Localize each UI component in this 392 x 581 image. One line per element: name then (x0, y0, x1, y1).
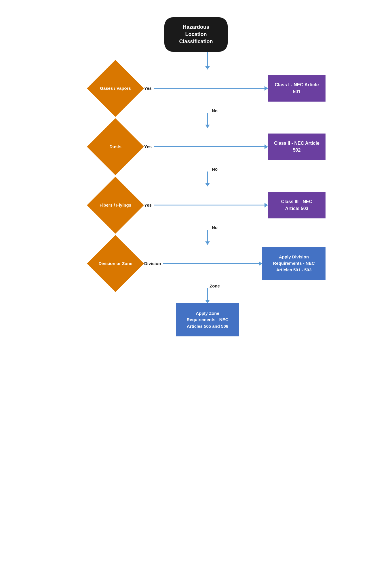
class3-box: Class III - NEC Article 503 (268, 192, 326, 218)
dusts-row: Dusts Yes Class II - NEC Article 502 (66, 128, 326, 165)
gases-no-label: No (212, 108, 218, 113)
divzone-h-line (163, 263, 259, 264)
fibers-row: Fibers / Flyings Yes Class III - NEC Art… (66, 186, 326, 224)
class1-box: Class I - NEC Article 501 (268, 75, 326, 102)
dusts-yes-branch: Yes Class II - NEC Article 502 (144, 134, 326, 160)
gases-yes-branch: Yes Class I - NEC Article 501 (144, 75, 326, 102)
apply-division-box: Apply Division Requirements - NEC Articl… (262, 247, 326, 280)
start-label: Hazardous Location Classification (179, 24, 213, 44)
gases-h-arrow (264, 86, 268, 91)
v-line-4 (207, 230, 208, 241)
fibers-diamond-wrapper: Fibers / Flyings (90, 186, 141, 224)
division-label: Division (144, 261, 161, 266)
connector-1 (205, 52, 210, 70)
divzone-h-arrow (259, 261, 262, 266)
apply-zone-wrapper: Apply Zone Requirements - NEC Articles 5… (176, 303, 239, 337)
gases-row: Gases / Vapors Yes Class I - NEC Article… (66, 70, 326, 107)
fibers-center: Fibers / Flyings (90, 186, 141, 224)
gases-h-line (154, 88, 264, 89)
flowchart: Hazardous Location Classification Gases … (66, 17, 326, 336)
divzone-row: Division or Zone Division Apply Division… (66, 245, 326, 282)
gases-diamond-wrapper: Gases / Vapors (90, 70, 141, 107)
start-node: Hazardous Location Classification (164, 17, 228, 52)
dusts-center: Dusts (90, 128, 141, 165)
v-line-2 (207, 113, 208, 125)
v-line-3 (207, 172, 208, 183)
gases-yes-label: Yes (144, 86, 152, 91)
arrow-down-2 (205, 125, 210, 128)
divzone-diamond-wrapper: Division or Zone (90, 245, 141, 282)
connector-3: No (197, 165, 218, 186)
zone-label: Zone (210, 283, 220, 288)
divzone-center: Division or Zone (90, 245, 141, 282)
fibers-no-label: No (212, 225, 218, 230)
dusts-diamond-text: Dusts (98, 144, 133, 150)
dusts-yes-label: Yes (144, 144, 152, 149)
class2-box: Class II - NEC Article 502 (268, 134, 326, 160)
fibers-h-line (154, 205, 264, 205)
arrow-down-3 (205, 183, 210, 186)
gases-diamond-text: Gases / Vapors (98, 85, 133, 91)
divzone-diamond-text: Division or Zone (98, 261, 133, 266)
arrow-down-4 (205, 241, 210, 245)
connector-5: Zone (195, 282, 220, 303)
v-line-5 (207, 288, 208, 300)
dusts-diamond-wrapper: Dusts (90, 128, 141, 165)
divzone-division-branch: Division Apply Division Requirements - N… (144, 247, 326, 280)
fibers-diamond-text: Fibers / Flyings (98, 202, 133, 208)
gases-center: Gases / Vapors (90, 70, 141, 107)
fibers-yes-branch: Yes Class III - NEC Article 503 (144, 192, 326, 218)
arrow-down-5 (205, 300, 210, 303)
dusts-no-label: No (212, 167, 218, 172)
dusts-h-arrow (264, 144, 268, 149)
dusts-h-line (154, 146, 264, 147)
fibers-h-arrow (264, 203, 268, 207)
connector-2: No (197, 107, 218, 128)
connector-4: No (197, 224, 218, 245)
fibers-yes-label: Yes (144, 203, 152, 207)
arrow-down (205, 66, 210, 70)
v-line (207, 52, 208, 66)
apply-zone-box: Apply Zone Requirements - NEC Articles 5… (176, 303, 239, 337)
